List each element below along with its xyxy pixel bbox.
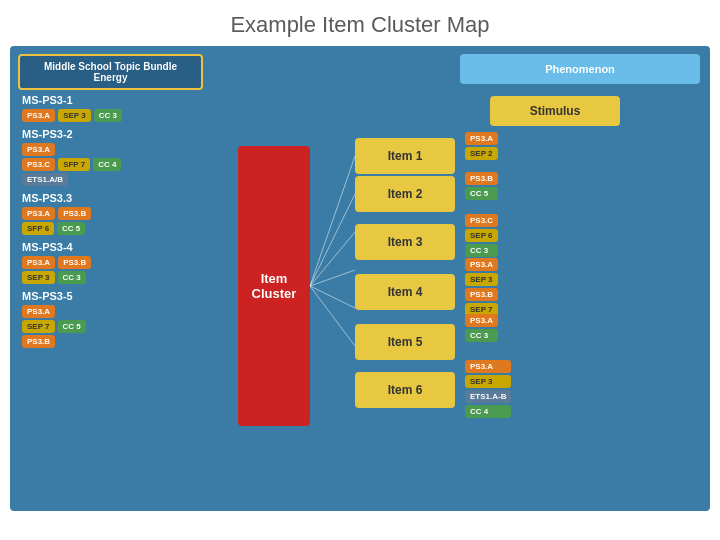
tag-ps3b-5: PS3.B bbox=[22, 335, 55, 348]
tag-item3-cc3: CC 3 bbox=[465, 244, 498, 257]
main-diagram: Middle School Topic Bundle Energy MS-PS3… bbox=[10, 46, 710, 511]
stimulus-label: Stimulus bbox=[530, 104, 581, 118]
item-6-tags: PS3.A SEP 3 ETS1.A-B CC 4 bbox=[465, 360, 511, 418]
item-3-tags: PS3.C SEP 6 CC 3 bbox=[465, 214, 498, 257]
tag-item5-ps3a: PS3.A bbox=[465, 314, 498, 327]
item-cluster-box: Item Cluster bbox=[238, 146, 310, 426]
tag-ps3a-4: PS3.A bbox=[22, 256, 55, 269]
item-3-label: Item 3 bbox=[388, 235, 423, 249]
left-panel: Middle School Topic Bundle Energy MS-PS3… bbox=[18, 54, 203, 354]
ms3-tags2: SFP 6 CC 5 bbox=[22, 222, 203, 235]
tag-ps3c: PS3.C bbox=[22, 158, 55, 171]
item-5-box: Item 5 bbox=[355, 324, 455, 360]
tag-sep3: SEP 3 bbox=[58, 109, 91, 122]
item-5-label: Item 5 bbox=[388, 335, 423, 349]
tag-item6-cc4: CC 4 bbox=[465, 405, 511, 418]
tag-cc3-4: CC 3 bbox=[58, 271, 86, 284]
tag-ps3a-5: PS3.A bbox=[22, 305, 55, 318]
ms5-tags3: PS3.B bbox=[22, 335, 203, 348]
tag-ps3a-3: PS3.A bbox=[22, 207, 55, 220]
tag-item4-ps3b: PS3.B bbox=[465, 288, 498, 301]
item-cluster-label: Item Cluster bbox=[238, 271, 310, 301]
item-6-label: Item 6 bbox=[388, 383, 423, 397]
ms1-tags: PS3.A SEP 3 CC 3 bbox=[22, 109, 203, 122]
ms4-tags1: PS3.A PS3.B bbox=[22, 256, 203, 269]
tag-cc5-3: CC 5 bbox=[57, 222, 85, 235]
topic-bundle-label: Middle School Topic Bundle bbox=[28, 61, 193, 72]
item-4-box: Item 4 bbox=[355, 274, 455, 310]
ms-label-2: MS-PS3-2 bbox=[22, 128, 203, 140]
tag-item4-ps3a: PS3.A bbox=[465, 258, 498, 271]
tag-item2-cc5: CC 5 bbox=[465, 187, 498, 200]
tag-item6-ps3a: PS3.A bbox=[465, 360, 511, 373]
item-5-tags: PS3.A CC 3 bbox=[465, 314, 498, 342]
svg-line-5 bbox=[310, 286, 355, 346]
tag-ets1ab: ETS1.A/B bbox=[22, 173, 68, 186]
phenomenon-label: Phenomenon bbox=[545, 63, 615, 75]
item-1-tags: PS3.A SEP 2 bbox=[465, 132, 498, 160]
ms-section-4: MS-PS3-4 PS3.A PS3.B SEP 3 CC 3 bbox=[18, 241, 203, 284]
tag-item6-ets1ab: ETS1.A-B bbox=[465, 390, 511, 403]
tag-item2-ps3b: PS3.B bbox=[465, 172, 498, 185]
ms-section-5: MS-PS3-5 PS3.A SEP 7 CC 5 PS3.B bbox=[18, 290, 203, 348]
ms-section-3: MS-PS3.3 PS3.A PS3.B SFP 6 CC 5 bbox=[18, 192, 203, 235]
ms-label-4: MS-PS3-4 bbox=[22, 241, 203, 253]
item-1-box: Item 1 bbox=[355, 138, 455, 174]
tag-sep3-4: SEP 3 bbox=[22, 271, 55, 284]
tag-item6-sep3: SEP 3 bbox=[465, 375, 511, 388]
ms-label-5: MS-PS3-5 bbox=[22, 290, 203, 302]
ms-section-1: MS-PS3-1 PS3.A SEP 3 CC 3 bbox=[18, 94, 203, 122]
ms4-tags2: SEP 3 CC 3 bbox=[22, 271, 203, 284]
tag-ps3a: PS3.A bbox=[22, 109, 55, 122]
item-4-label: Item 4 bbox=[388, 285, 423, 299]
stimulus-box: Stimulus bbox=[490, 96, 620, 126]
ms2-tags3: ETS1.A/B bbox=[22, 173, 203, 186]
ms5-tags2: SEP 7 CC 5 bbox=[22, 320, 203, 333]
item-2-box: Item 2 bbox=[355, 176, 455, 212]
item-3-box: Item 3 bbox=[355, 224, 455, 260]
page-title: Example Item Cluster Map bbox=[0, 0, 720, 46]
ms3-tags1: PS3.A PS3.B bbox=[22, 207, 203, 220]
tag-item1-sep2: SEP 2 bbox=[465, 147, 498, 160]
tag-item3-sep6: SEP 6 bbox=[465, 229, 498, 242]
tag-cc3: CC 3 bbox=[94, 109, 122, 122]
item-4-tags: PS3.A SEP 3 PS3.B SEP 7 bbox=[465, 258, 498, 316]
tag-item4-sep3: SEP 3 bbox=[465, 273, 498, 286]
svg-line-2 bbox=[310, 232, 355, 286]
ms5-tags1: PS3.A bbox=[22, 305, 203, 318]
topic-bundle-subject: Energy bbox=[28, 72, 193, 83]
ms2-tags1: PS3.A bbox=[22, 143, 203, 156]
tag-cc5-5: CC 5 bbox=[58, 320, 86, 333]
svg-line-3 bbox=[310, 270, 355, 286]
topic-bundle-box: Middle School Topic Bundle Energy bbox=[18, 54, 203, 90]
svg-line-0 bbox=[310, 156, 355, 286]
ms-label-3: MS-PS3.3 bbox=[22, 192, 203, 204]
item-2-tags: PS3.B CC 5 bbox=[465, 172, 498, 200]
ms-label-1: MS-PS3-1 bbox=[22, 94, 203, 106]
tag-ps3b-4: PS3.B bbox=[58, 256, 91, 269]
tag-item1-ps3a: PS3.A bbox=[465, 132, 498, 145]
phenomenon-box: Phenomenon bbox=[460, 54, 700, 84]
ms-section-2: MS-PS3-2 PS3.A PS3.C SFP 7 CC 4 ETS1.A/B bbox=[18, 128, 203, 186]
tag-item3-ps3c: PS3.C bbox=[465, 214, 498, 227]
tag-sfp7: SFP 7 bbox=[58, 158, 90, 171]
tag-item5-cc3: CC 3 bbox=[465, 329, 498, 342]
tag-sfp6: SFP 6 bbox=[22, 222, 54, 235]
item-1-label: Item 1 bbox=[388, 149, 423, 163]
item-2-label: Item 2 bbox=[388, 187, 423, 201]
tag-sep7-5: SEP 7 bbox=[22, 320, 55, 333]
ms2-tags2: PS3.C SFP 7 CC 4 bbox=[22, 158, 203, 171]
item-6-box: Item 6 bbox=[355, 372, 455, 408]
svg-line-4 bbox=[310, 286, 355, 308]
tag-ps3a-2: PS3.A bbox=[22, 143, 55, 156]
svg-line-1 bbox=[310, 194, 355, 286]
tag-ps3b-3: PS3.B bbox=[58, 207, 91, 220]
tag-cc4: CC 4 bbox=[93, 158, 121, 171]
